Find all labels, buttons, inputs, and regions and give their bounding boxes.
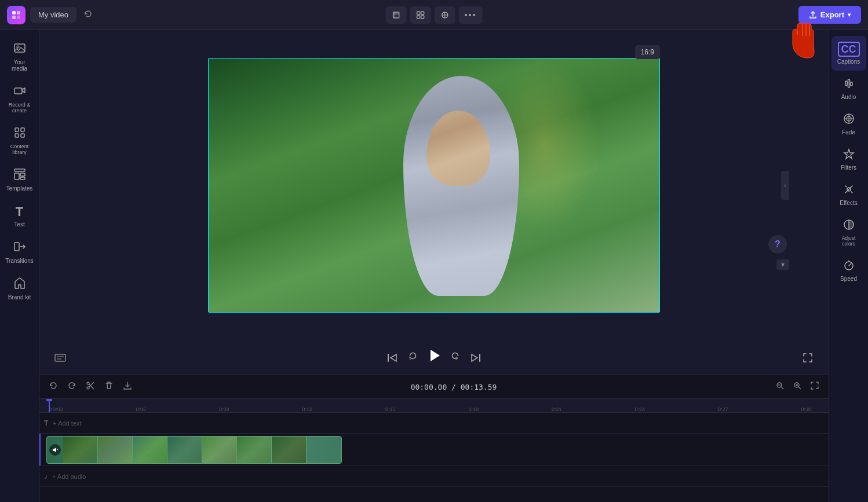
sidebar-item-captions[interactable]: CC Captions	[831, 36, 866, 71]
audio-track-icon: ♪	[44, 472, 48, 481]
filters-icon	[843, 148, 855, 163]
content-library-icon	[13, 126, 26, 142]
rewind-btn[interactable]: 5	[402, 349, 420, 367]
svg-rect-0	[12, 11, 16, 14]
svg-rect-46	[845, 81, 847, 86]
sidebar-item-content-library[interactable]: Content library	[2, 120, 37, 161]
effects-label: Effects	[840, 200, 857, 206]
circle-tool-btn[interactable]	[435, 6, 455, 24]
sidebar-item-your-media[interactable]: Your media	[2, 36, 37, 78]
timeline-delete-btn[interactable]	[102, 379, 116, 395]
chevron-down-button[interactable]: ▾	[776, 259, 789, 270]
export-button[interactable]: Export ▾	[798, 6, 861, 24]
clip-audio-icon[interactable]	[49, 444, 61, 456]
transitions-label: Transitions	[5, 258, 34, 264]
more-tool-btn[interactable]: •••	[459, 6, 483, 24]
audio-track-row: ♪ + Add audio	[39, 466, 829, 487]
sidebar-item-brand-kit[interactable]: Brand kit	[2, 271, 37, 306]
video-clip[interactable]	[46, 436, 342, 464]
svg-rect-22	[14, 173, 19, 179]
record-create-label: Record & create	[6, 102, 34, 113]
sidebar-item-effects[interactable]: Effects	[831, 178, 866, 212]
svg-rect-20	[21, 134, 24, 137]
play-pause-btn[interactable]	[420, 345, 448, 370]
fade-label: Fade	[842, 129, 855, 135]
fade-icon	[843, 113, 855, 127]
sidebar-item-record-create[interactable]: Record & create	[2, 79, 37, 119]
topbar-undo-btn[interactable]	[81, 7, 95, 23]
crop-tool-btn[interactable]	[386, 6, 407, 24]
svg-line-37	[781, 387, 783, 389]
svg-text:5: 5	[409, 356, 411, 360]
sidebar-item-fade[interactable]: Fade	[831, 107, 866, 141]
svg-rect-18	[21, 128, 24, 131]
subtitle-toggle-btn[interactable]	[51, 350, 70, 365]
fast-forward-btn[interactable]: 5	[448, 349, 466, 367]
timeline-import-btn[interactable]	[121, 379, 134, 395]
timeline-redo-btn[interactable]	[65, 379, 79, 395]
svg-point-15	[17, 46, 19, 48]
video-frame	[208, 58, 660, 313]
sidebar-item-adjust-colors[interactable]: Adjust colors	[831, 213, 866, 252]
text-label: Text	[14, 221, 24, 228]
skip-forward-btn[interactable]	[466, 349, 485, 367]
sidebar-item-templates[interactable]: Templates	[2, 162, 37, 197]
add-audio-btn[interactable]: + Add audio	[52, 473, 86, 480]
total-time: 00:13.59	[461, 383, 497, 391]
captions-label: Captions	[837, 58, 860, 65]
timeline-cut-btn[interactable]	[83, 379, 97, 395]
timeline-undo-btn[interactable]	[46, 379, 60, 395]
sidebar-item-audio[interactable]: Audio	[831, 72, 866, 106]
effects-icon	[843, 184, 855, 198]
timeline-area: 00:00.00 / 00:13.59	[39, 375, 829, 502]
video-canvas: 16:9	[208, 58, 660, 313]
your-media-icon	[13, 42, 26, 57]
svg-rect-3	[17, 16, 20, 19]
time-display: 00:00.00 / 00:13.59	[139, 383, 768, 391]
collapse-right-panel[interactable]: ‹	[781, 171, 789, 200]
time-separator: /	[451, 383, 461, 391]
add-text-btn[interactable]: + Add text	[53, 420, 81, 427]
topbar-center: •••	[386, 6, 483, 24]
svg-marker-30	[431, 350, 440, 361]
svg-rect-9	[417, 16, 420, 19]
content-library-label: Content library	[6, 144, 34, 155]
skip-back-btn[interactable]	[383, 349, 402, 367]
transitions-icon	[13, 240, 26, 256]
svg-rect-26	[55, 354, 65, 361]
video-content	[209, 58, 659, 312]
adjust-colors-icon	[843, 219, 855, 233]
playback-controls: 5 5	[39, 340, 829, 375]
svg-rect-24	[20, 177, 25, 179]
layout-tool-btn[interactable]	[410, 6, 431, 24]
zoom-out-btn[interactable]	[773, 379, 787, 395]
project-name-tab[interactable]: My video	[30, 7, 76, 23]
topbar: My video	[0, 0, 868, 30]
sidebar-item-text[interactable]: T Text	[2, 199, 37, 233]
main-layout: Your media Record & create Content lib	[0, 30, 868, 502]
speed-label: Speed	[840, 276, 857, 282]
templates-label: Templates	[6, 185, 33, 192]
svg-rect-2	[12, 16, 16, 19]
svg-rect-8	[421, 12, 424, 14]
svg-rect-14	[14, 44, 25, 52]
sidebar-item-filters[interactable]: Filters	[831, 142, 866, 177]
svg-text:5: 5	[455, 356, 458, 360]
speed-icon	[843, 259, 855, 274]
text-track-row: T + Add text	[39, 413, 829, 434]
help-button[interactable]: ?	[768, 235, 787, 254]
filters-label: Filters	[841, 164, 856, 171]
zoom-in-btn[interactable]	[790, 379, 804, 395]
fullscreen-btn[interactable]	[798, 349, 817, 367]
timeline-fullscreen-btn[interactable]	[808, 379, 822, 395]
svg-rect-17	[15, 128, 19, 131]
timeline-ruler: 0 0:03 0:06 0:09 0:12 0:15 0:18 0:21 0:	[39, 399, 829, 413]
current-time: 00:00.00	[411, 383, 447, 391]
audio-icon	[843, 78, 855, 92]
sidebar-item-transitions[interactable]: Transitions	[2, 234, 37, 270]
record-create-icon	[13, 85, 26, 100]
sidebar-item-speed[interactable]: Speed	[831, 254, 866, 288]
text-icon: T	[16, 204, 23, 219]
svg-marker-43	[53, 448, 56, 452]
svg-rect-47	[848, 79, 849, 87]
